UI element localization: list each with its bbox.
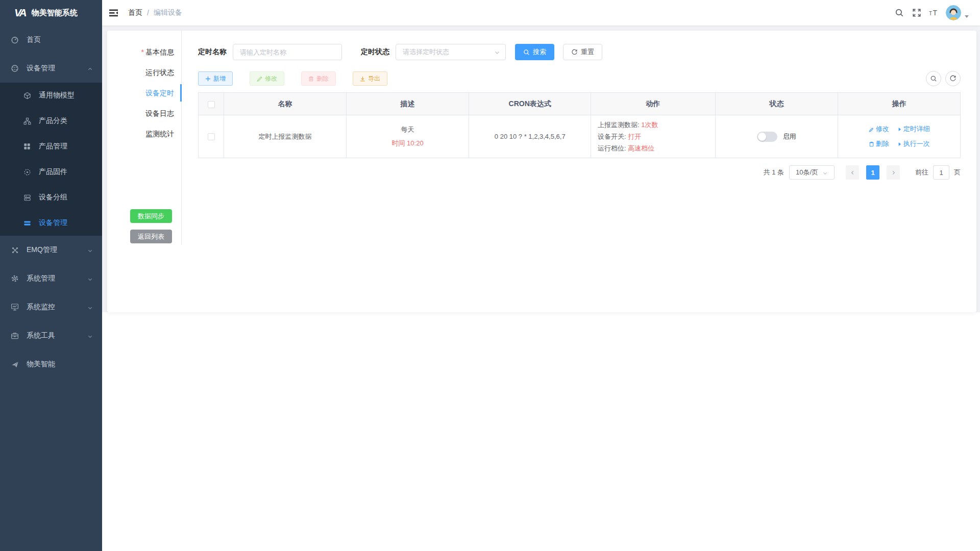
sidebar-menu: 首页 设备管理 通用物模型 产品分类 [0, 26, 102, 379]
tab-label: 基本信息 [145, 48, 174, 56]
group-icon [22, 194, 32, 202]
search-button-label: 搜索 [533, 47, 546, 57]
row-checkbox[interactable] [208, 133, 215, 140]
data-sync-button[interactable]: 数据同步 [130, 209, 172, 223]
action-item: 上报监测数据: 1次数 [598, 119, 715, 131]
op-run-once-link[interactable]: 执行一次 [897, 139, 930, 148]
tab-basic-info[interactable]: *基本信息 [107, 42, 181, 62]
sidebar-item-thing-model[interactable]: 通用物模型 [0, 83, 102, 108]
pagination-total: 共 1 条 [764, 168, 784, 177]
breadcrumb-separator: / [147, 9, 149, 17]
page-size-select[interactable]: 10条/页 [789, 165, 835, 180]
chevron-up-icon [87, 64, 93, 72]
app-logo[interactable]: VA 物美智能系统 [0, 0, 102, 26]
sidebar-submenu-device: 通用物模型 产品分类 产品管理 产品固件 [0, 83, 102, 236]
sidebar-item-home[interactable]: 首页 [0, 26, 102, 54]
sidebar-item-product-manage[interactable]: 产品管理 [0, 134, 102, 159]
timer-panel: 定时名称 定时状态 请选择定时状态 搜索 [182, 31, 976, 312]
sidebar-item-product-category[interactable]: 产品分类 [0, 108, 102, 134]
sidebar-item-product-firmware[interactable]: 产品固件 [0, 159, 102, 185]
sidebar-item-label: 产品固件 [39, 167, 93, 177]
goto-page-input[interactable] [933, 165, 949, 180]
font-size-icon[interactable]: TT [925, 0, 943, 26]
sidebar-item-label: 系统监控 [27, 303, 87, 312]
status-label: 启用 [782, 132, 796, 141]
table-toolbar: 新增 修改 删除 导出 [198, 71, 961, 86]
cell-description: 每天 时间 10:20 [346, 115, 469, 158]
emq-icon [10, 246, 19, 254]
action-value: 高速档位 [628, 144, 654, 152]
action-label: 上报监测数据: [598, 121, 640, 129]
tab-device-log[interactable]: 设备日志 [107, 103, 181, 123]
delete-button[interactable]: 删除 [301, 71, 336, 86]
reset-button[interactable]: 重置 [563, 44, 602, 60]
op-delete-link[interactable]: 删除 [869, 139, 889, 148]
sidebar-item-label: 设备管理 [27, 64, 87, 73]
sidebar-item-label: EMQ管理 [27, 245, 87, 255]
device-edit-card: *基本信息 运行状态 设备定时 设备日志 监测统计 数据同步 返回列表 [107, 31, 976, 312]
breadcrumb-current: 编辑设备 [154, 8, 182, 17]
col-operation: 操作 [838, 93, 961, 115]
user-dropdown[interactable] [946, 5, 969, 20]
col-cron: CRON表达式 [469, 93, 591, 115]
toolbox-icon [10, 332, 19, 340]
table-header-row: 名称 描述 CRON表达式 动作 状态 操作 [199, 93, 961, 115]
monitor-icon [10, 303, 19, 311]
goto-label: 前往 [915, 168, 928, 177]
filter-form: 定时名称 定时状态 请选择定时状态 搜索 [198, 44, 961, 60]
sidebar-item-label: 产品分类 [39, 116, 93, 126]
op-edit-link[interactable]: 修改 [869, 124, 889, 134]
page-number-current[interactable]: 1 [866, 165, 879, 180]
cell-name: 定时上报监测数据 [224, 115, 347, 158]
goto-unit: 页 [954, 168, 961, 177]
fullscreen-icon[interactable] [908, 0, 925, 26]
sidebar-item-label: 系统管理 [27, 274, 87, 283]
timer-name-input[interactable] [233, 44, 342, 60]
hide-search-icon[interactable] [926, 71, 941, 86]
sidebar-item-emq[interactable]: EMQ管理 [0, 236, 102, 264]
op-label: 执行一次 [903, 139, 930, 148]
hamburger-icon[interactable] [102, 0, 125, 26]
col-name: 名称 [224, 93, 347, 115]
sidebar-item-wumei-smart[interactable]: 物美智能 [0, 350, 102, 379]
sidebar-item-label: 通用物模型 [39, 91, 93, 100]
sidebar-item-device-list[interactable]: 设备管理 [0, 210, 102, 236]
sidebar: VA 物美智能系统 首页 设备管理 通用物模型 [0, 0, 102, 551]
page-size-value: 10条/页 [796, 168, 818, 177]
search-button[interactable]: 搜索 [515, 44, 554, 60]
select-all-checkbox[interactable] [208, 101, 215, 108]
gear-icon [10, 274, 19, 283]
col-action: 动作 [591, 93, 716, 115]
edit-button-label: 修改 [265, 74, 277, 83]
cell-status: 启用 [715, 115, 838, 158]
status-toggle[interactable] [757, 132, 777, 142]
tab-device-timer[interactable]: 设备定时 [107, 83, 181, 103]
sidebar-item-device-group[interactable]: 设备分组 [0, 185, 102, 210]
timer-status-select[interactable]: 请选择定时状态 [396, 44, 506, 60]
action-label: 设备开关: [598, 133, 626, 140]
table-row: 定时上报监测数据 每天 时间 10:20 0 20 10 ? * 1,2,3,4… [199, 115, 961, 158]
search-icon[interactable] [891, 0, 908, 26]
sidebar-item-system-tools[interactable]: 系统工具 [0, 321, 102, 350]
export-button[interactable]: 导出 [353, 71, 387, 86]
tab-monitor-stats[interactable]: 监测统计 [107, 123, 181, 144]
timer-status-label: 定时状态 [361, 47, 389, 57]
sidebar-item-device-manage[interactable]: 设备管理 [0, 54, 102, 83]
timer-table: 名称 描述 CRON表达式 动作 状态 操作 定时上报监测数据 [198, 92, 961, 158]
export-button-label: 导出 [368, 74, 380, 83]
next-page-button[interactable] [887, 165, 900, 180]
tab-run-status[interactable]: 运行状态 [107, 62, 181, 83]
edit-button[interactable]: 修改 [250, 71, 284, 86]
refresh-icon[interactable] [945, 71, 961, 86]
op-label: 定时详细 [903, 124, 930, 134]
add-button[interactable]: 新增 [198, 71, 233, 86]
sidebar-item-system-monitor[interactable]: 系统监控 [0, 293, 102, 321]
device-manage-icon [10, 64, 19, 72]
op-timer-detail-link[interactable]: 定时详细 [897, 124, 930, 134]
prev-page-button[interactable] [846, 165, 859, 180]
sidebar-item-system-manage[interactable]: 系统管理 [0, 264, 102, 293]
reset-button-label: 重置 [581, 47, 594, 57]
action-value: 打开 [628, 133, 641, 140]
back-to-list-button[interactable]: 返回列表 [130, 230, 172, 243]
breadcrumb-home[interactable]: 首页 [128, 8, 142, 17]
